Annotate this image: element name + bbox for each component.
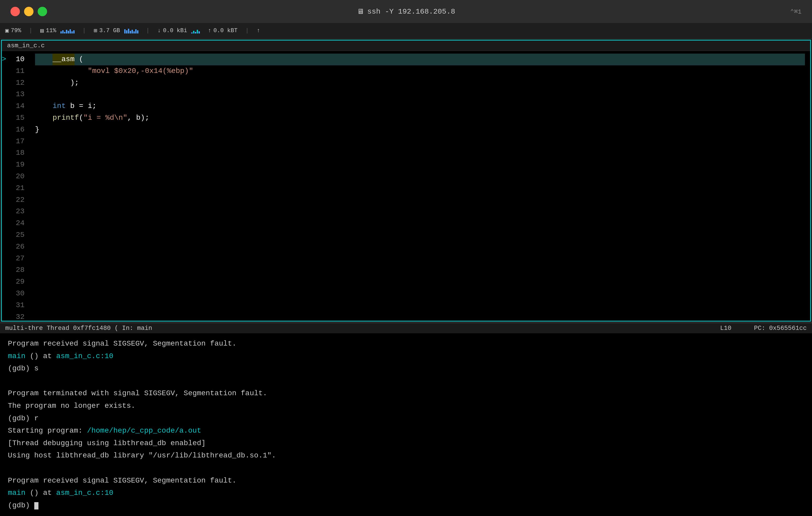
code-line-13 [35, 89, 805, 100]
net-up-icon: ↑ [208, 27, 211, 34]
main-content: asm_in_c.c > 10 111213141516 17181920212… [0, 39, 812, 516]
code-line-20 [35, 171, 805, 182]
code-line-27 [35, 253, 805, 265]
term-line-11 [8, 462, 804, 475]
net-down-status: ↓ 0.0 kBi [157, 27, 200, 34]
keyboard-shortcut: ⌃⌘1 [790, 8, 802, 16]
extra-status: ↑ [257, 27, 260, 34]
term-line-9: [Thread debugging using libthread_db ena… [8, 437, 804, 450]
code-line-11: "movl $0x20,-0x14(%ebp)" [35, 65, 805, 77]
code-line-31 [35, 300, 805, 311]
titlebar: 🖥 ssh -Y 192.168.205.8 ⌃⌘1 [0, 0, 812, 23]
term-line-7: (gdb) r [8, 412, 804, 425]
minimize-button[interactable] [24, 7, 33, 16]
mem-icon: ▤ [40, 27, 44, 34]
code-line-19 [35, 159, 805, 171]
code-line-10: __asm ( [35, 54, 805, 65]
term-line-10: Using host libthread_db library "/usr/li… [8, 449, 804, 462]
term-line-2: main () at asm_in_c.c:10 [8, 350, 804, 363]
code-lines: __asm ( "movl $0x20,-0x14(%ebp)" ); [30, 51, 810, 321]
term-line-13: main () at asm_in_c.c:10 [8, 487, 804, 499]
code-line-18 [35, 147, 805, 159]
code-line-14: int b = i; [35, 100, 805, 112]
divider-2: | [82, 27, 86, 34]
term-line-1: Program received signal SIGSEGV, Segment… [8, 337, 804, 350]
terminal-statusbar: multi-thre Thread 0xf7fc1480 ( In: main … [0, 323, 812, 333]
line-number-gutter: > 10 111213141516 171819202122 232425262… [2, 51, 30, 321]
editor-tab[interactable]: asm_in_c.c [2, 40, 810, 51]
code-line-24 [35, 217, 805, 229]
net-down-icon: ↓ [157, 27, 161, 34]
cpu-icon: ▣ [5, 27, 9, 34]
line-nums-rest: 111213141516 171819202122 232425262728 2… [5, 65, 30, 321]
code-line-30 [35, 288, 805, 300]
asm-keyword: __asm [53, 54, 75, 65]
term-line-12: Program received signal SIGSEGV, Segment… [8, 475, 804, 487]
code-line-28 [35, 264, 805, 276]
window-controls [10, 7, 47, 16]
maximize-button[interactable] [38, 7, 47, 16]
divider-4: | [245, 27, 249, 34]
window-title: 🖥 ssh -Y 192.168.205.8 [357, 7, 455, 16]
gdb-prompt: (gdb) [8, 502, 34, 510]
code-line-23 [35, 206, 805, 217]
statusbar: ▣ 79% | ▤ 11% | ⊞ 3.7 GB | [0, 23, 812, 39]
term-line-4 [8, 375, 804, 387]
code-line-26 [35, 241, 805, 253]
terminal-icon: 🖥 [357, 7, 364, 16]
terminal-cursor [34, 502, 38, 510]
terminal-panel: multi-thre Thread 0xf7fc1480 ( In: main … [0, 323, 812, 516]
thread-info: multi-thre Thread 0xf7fc1480 ( In: main [5, 325, 152, 332]
code-line-32 [35, 311, 805, 321]
code-line-21 [35, 182, 805, 194]
line-num-10: 10 [9, 54, 30, 65]
editor-panel: asm_in_c.c > 10 111213141516 17181920212… [1, 40, 811, 322]
term-prompt-line[interactable]: (gdb) [8, 499, 804, 512]
position-info: L10 PC: 0x565561cc [720, 325, 807, 332]
net-up-status: ↑ 0.0 kBT [208, 27, 237, 34]
divider-3: | [146, 27, 150, 34]
terminal-output[interactable]: Program received signal SIGSEGV, Segment… [0, 333, 812, 516]
term-line-5: Program terminated with signal SIGSEGV, … [8, 387, 804, 400]
term-line-6: The program no longer exists. [8, 400, 804, 412]
code-line-29 [35, 276, 805, 288]
current-line-arrow: > [2, 54, 9, 65]
code-area: > 10 111213141516 171819202122 232425262… [2, 51, 810, 321]
cpu-status: ▣ 79% [5, 27, 21, 34]
code-line-22 [35, 194, 805, 206]
disk-icon: ⊞ [94, 27, 97, 34]
code-line-17 [35, 136, 805, 147]
term-line-8: Starting program: /home/hep/c_cpp_code/a… [8, 425, 804, 437]
divider-1: | [29, 27, 32, 34]
mem-status: ▤ 11% [40, 27, 75, 34]
close-button[interactable] [10, 7, 20, 16]
code-line-16: } [35, 124, 805, 136]
code-line-15: printf ( "i = %d\n" , b); [35, 112, 805, 124]
term-line-3: (gdb) s [8, 362, 804, 375]
code-line-25 [35, 229, 805, 241]
code-line-12: ); [35, 77, 805, 89]
disk-status: ⊞ 3.7 GB [94, 27, 138, 34]
